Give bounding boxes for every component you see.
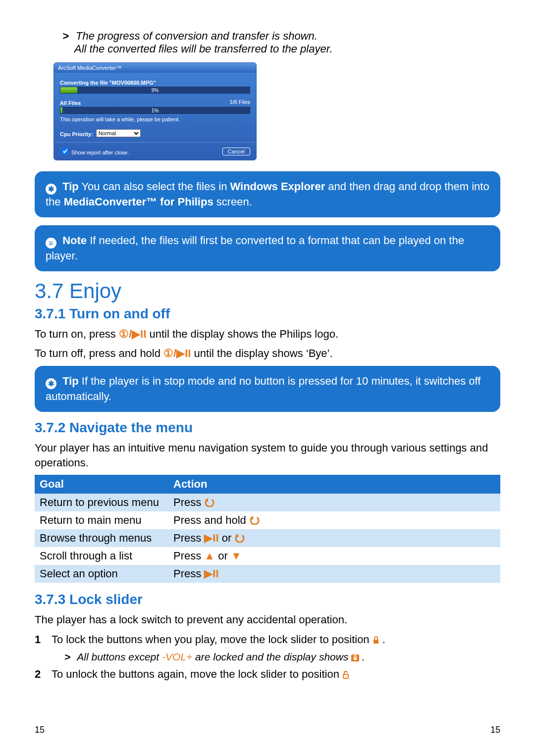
- show-report-input[interactable]: [62, 148, 68, 154]
- up-icon: ▲: [204, 550, 215, 562]
- table-row: Return to previous menu Press: [35, 494, 500, 511]
- heading-enjoy: 3.7 Enjoy: [35, 279, 500, 303]
- svg-rect-0: [374, 640, 378, 644]
- navigation-table: Goal Action Return to previous menu Pres…: [35, 475, 500, 583]
- tip-callout-auto-off: ✱ Tip If the player is in stop mode and …: [35, 366, 500, 412]
- col-goal: Goal: [35, 475, 168, 494]
- all-files-count: 1/6 Files: [229, 99, 250, 105]
- turn-on-line: To turn on, press ①/▶II until the displa…: [35, 327, 500, 342]
- action-cell: Press: [168, 494, 500, 511]
- show-report-label: Show report after close.: [71, 150, 129, 155]
- heading-lock: 3.7.3 Lock slider: [35, 592, 500, 607]
- tip-icon: ✱: [46, 378, 56, 389]
- goal-cell: Select an option: [35, 565, 168, 583]
- list-item: 1 To lock the buttons when you play, mov…: [35, 632, 500, 647]
- col-action: Action: [168, 475, 500, 494]
- goal-cell: Browse through menus: [35, 529, 168, 547]
- navigate-intro: Your player has an intuitive menu naviga…: [35, 441, 500, 470]
- cpu-priority-label: Cpu Priority:: [60, 131, 93, 137]
- all-files-percent: 1%: [60, 108, 250, 113]
- note-icon: ≡: [46, 238, 56, 249]
- back-icon: [204, 496, 215, 508]
- page-right: 15: [490, 725, 500, 735]
- table-row: Select an option Press ▶II: [35, 565, 500, 583]
- action-cell: Press and hold: [168, 511, 500, 529]
- list-item: 2 To unlock the buttons again, move the …: [35, 667, 500, 682]
- lock-intro: The player has a lock switch to prevent …: [35, 612, 500, 627]
- tip1-bold1: Windows Explorer: [230, 180, 325, 193]
- back-icon: [234, 532, 245, 544]
- patient-text: This operation will take a while, please…: [60, 116, 250, 122]
- turn-off-line: To turn off, press and hold ①/▶II until …: [35, 346, 500, 361]
- lock-steps: 1 To lock the buttons when you play, mov…: [35, 632, 500, 681]
- goal-cell: Scroll through a list: [35, 547, 168, 565]
- tip-callout-drag: ✱ Tip You can also select the files in W…: [35, 171, 500, 217]
- power-play-icon: ①/▶II: [119, 328, 146, 340]
- table-row: Return to main menu Press and hold: [35, 511, 500, 529]
- gt-marker: >: [62, 30, 69, 42]
- action-cell: Press ▶II or: [168, 529, 500, 547]
- intro-note: > The progress of conversion and transfe…: [62, 30, 500, 55]
- cpu-priority-select[interactable]: Normal: [96, 129, 141, 137]
- down-icon: ▼: [231, 550, 242, 562]
- power-play-icon: ①/▶II: [163, 347, 191, 359]
- table-row: Scroll through a list Press ▲ or ▼: [35, 547, 500, 565]
- tip1-bold2: MediaConverter™ for Philips: [64, 196, 214, 208]
- back-icon: [249, 514, 260, 526]
- table-row: Browse through menus Press ▶II or: [35, 529, 500, 547]
- vol-text: -VOL+: [162, 651, 192, 662]
- playpause-icon: ▶II: [204, 567, 218, 580]
- goal-cell: Return to previous menu: [35, 494, 168, 511]
- converting-label: Converting the file "MOV00800.MPG": [60, 80, 250, 86]
- heading-navigate: 3.7.2 Navigate the menu: [35, 420, 500, 436]
- cancel-button[interactable]: Cancel: [222, 148, 250, 155]
- svg-rect-3: [343, 674, 348, 678]
- lock-closed-icon: [373, 633, 382, 646]
- note-label: Note: [62, 234, 87, 247]
- page-footer: 15 15: [35, 725, 500, 735]
- action-cell: Press ▶II: [168, 565, 500, 583]
- tip-label: Tip: [62, 180, 79, 193]
- tip1-a: You can also select the files in: [81, 180, 230, 193]
- dialog-title: ArcSoft MediaConverter™: [54, 63, 256, 73]
- lock-open-icon: [342, 668, 350, 680]
- page-left: 15: [35, 725, 45, 735]
- intro-line1: The progress of conversion and transfer …: [76, 30, 318, 42]
- note1-text: If needed, the files will first be conve…: [46, 234, 464, 262]
- tip-icon: ✱: [46, 184, 56, 195]
- intro-line2: All the converted files will be transfer…: [74, 43, 332, 55]
- svg-rect-2: [354, 657, 357, 660]
- all-files-label: All Files: [60, 100, 81, 106]
- tip1-c: screen.: [214, 196, 252, 208]
- lock-display-icon: [351, 651, 362, 662]
- tip-label: Tip: [62, 375, 79, 387]
- mediaconverter-dialog: ArcSoft MediaConverter™ Converting the f…: [54, 62, 257, 160]
- heading-turn-on-off: 3.7.1 Turn on and off: [35, 306, 500, 322]
- goal-cell: Return to main menu: [35, 511, 168, 529]
- note-callout-convert: ≡ Note If needed, the files will first b…: [35, 225, 500, 271]
- lock-subnote: > All buttons except -VOL+ are locked an…: [64, 651, 500, 663]
- action-cell: Press ▲ or ▼: [168, 547, 500, 565]
- show-report-checkbox[interactable]: Show report after close.: [60, 147, 129, 156]
- converting-percent: 9%: [60, 88, 250, 93]
- tip2-text: If the player is in stop mode and no but…: [46, 375, 481, 403]
- playpause-icon: ▶II: [204, 532, 218, 544]
